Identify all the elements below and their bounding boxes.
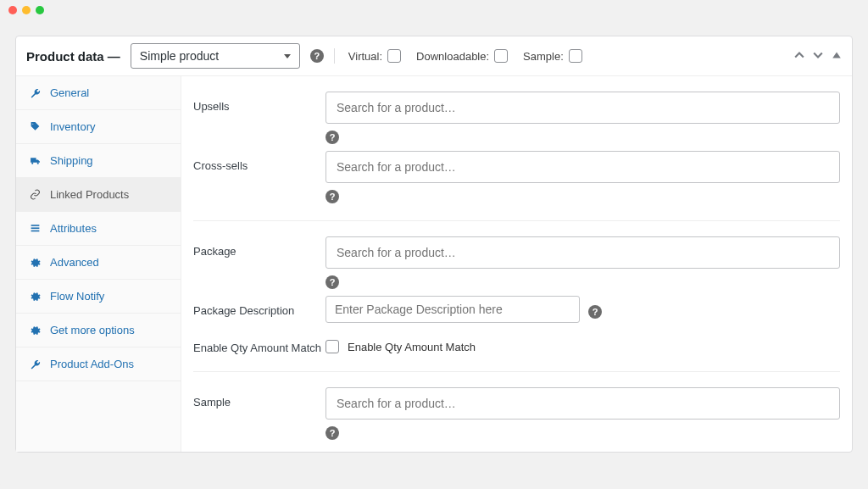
svg-rect-0 (31, 225, 39, 226)
upsells-row: Upsells ? (193, 86, 840, 146)
panel-header: Product data — Simple product ? Virtual:… (16, 36, 852, 76)
help-icon[interactable]: ? (326, 275, 339, 289)
enable-qty-row: Enable Qty Amount Match Enable Qty Amoun… (193, 325, 840, 372)
sidebar-item-inventory[interactable]: Inventory (16, 110, 181, 144)
gear-icon (28, 325, 42, 336)
sidebar-item-product-addons[interactable]: Product Add-Ons (16, 347, 181, 381)
enable-qty-check-label: Enable Qty Amount Match (348, 341, 476, 353)
wrench-icon (28, 358, 42, 370)
sidebar-item-label: Attributes (50, 222, 97, 235)
package-description-row: Package Description ? (193, 291, 840, 325)
panel-header-actions (794, 49, 842, 63)
svg-rect-2 (31, 231, 39, 232)
sidebar-item-advanced[interactable]: Advanced (16, 246, 181, 280)
cross-sells-row: Cross-sells ? (193, 146, 840, 221)
maximize-window-button[interactable] (36, 6, 44, 14)
app-window: Product data — Simple product ? Virtual:… (0, 0, 868, 489)
move-down-icon[interactable] (813, 49, 823, 63)
package-label: Package (193, 236, 326, 258)
sample-field-label: Sample (193, 387, 326, 408)
link-icon (28, 189, 42, 200)
panel-body: General Inventory Shipping (16, 76, 852, 452)
sidebar-item-get-more-options[interactable]: Get more options (16, 314, 181, 347)
sidebar-item-label: Get more options (50, 324, 135, 336)
linked-products-content: Upsells ? Cross-sells ? Package (181, 76, 852, 452)
downloadable-checkbox[interactable] (494, 49, 508, 63)
gear-icon (28, 257, 42, 268)
tag-icon (28, 121, 42, 132)
product-type-select[interactable]: Simple product (131, 43, 300, 69)
enable-qty-label: Enable Qty Amount Match (193, 340, 326, 354)
product-type-value: Simple product (140, 49, 219, 63)
package-input[interactable] (326, 236, 840, 269)
sidebar-item-label: Linked Products (50, 188, 129, 201)
product-data-panel: Product data — Simple product ? Virtual:… (15, 36, 853, 453)
chevron-down-icon (284, 54, 291, 58)
move-up-icon[interactable] (794, 49, 804, 63)
sidebar-item-label: Inventory (50, 120, 95, 133)
upsells-input[interactable] (326, 92, 840, 124)
package-row: Package ? (193, 231, 840, 291)
sidebar-item-label: General (50, 86, 89, 99)
panel-title: Product data — (26, 49, 120, 64)
help-icon[interactable]: ? (310, 49, 324, 63)
package-description-label: Package Description (193, 296, 326, 317)
downloadable-label: Downloadable: (416, 50, 489, 63)
sample-checkbox-wrap: Sample: (523, 49, 582, 63)
close-window-button[interactable] (8, 6, 17, 14)
sample-label: Sample: (523, 50, 564, 63)
sidebar-item-label: Flow Notify (50, 290, 104, 303)
virtual-label: Virtual: (348, 50, 382, 63)
sample-row: Sample ? (193, 382, 840, 442)
virtual-checkbox-wrap: Virtual: (348, 49, 401, 63)
separator (334, 48, 335, 64)
cross-sells-label: Cross-sells (193, 151, 326, 172)
sidebar-item-shipping[interactable]: Shipping (16, 144, 181, 178)
svg-rect-1 (31, 227, 39, 229)
sidebar-item-label: Advanced (50, 256, 99, 269)
gear-icon (28, 291, 42, 302)
sidebar-item-label: Shipping (50, 154, 93, 167)
sample-input[interactable] (326, 387, 840, 420)
collapse-icon[interactable] (832, 49, 842, 63)
wrench-icon (28, 87, 42, 98)
sidebar-item-label: Product Add-Ons (50, 358, 134, 370)
sidebar-item-attributes[interactable]: Attributes (16, 212, 181, 246)
enable-qty-checkbox[interactable] (326, 340, 339, 353)
minimize-window-button[interactable] (22, 6, 31, 14)
truck-icon (28, 155, 42, 166)
downloadable-checkbox-wrap: Downloadable: (416, 49, 508, 63)
sidebar-item-general[interactable]: General (16, 76, 181, 110)
product-flags: Virtual: Downloadable: Sample: (348, 49, 582, 63)
help-icon[interactable]: ? (326, 426, 339, 440)
help-icon[interactable]: ? (588, 305, 602, 319)
sample-checkbox[interactable] (569, 49, 582, 63)
list-icon (28, 223, 42, 234)
package-description-input[interactable] (326, 296, 580, 323)
product-data-tabs: General Inventory Shipping (16, 76, 181, 452)
sidebar-item-linked-products[interactable]: Linked Products (16, 178, 181, 212)
window-titlebar (0, 0, 868, 20)
help-icon[interactable]: ? (326, 190, 339, 203)
cross-sells-input[interactable] (326, 151, 840, 183)
sidebar-item-flow-notify[interactable]: Flow Notify (16, 280, 181, 314)
virtual-checkbox[interactable] (387, 49, 401, 63)
upsells-label: Upsells (193, 92, 326, 113)
help-icon[interactable]: ? (326, 131, 339, 144)
